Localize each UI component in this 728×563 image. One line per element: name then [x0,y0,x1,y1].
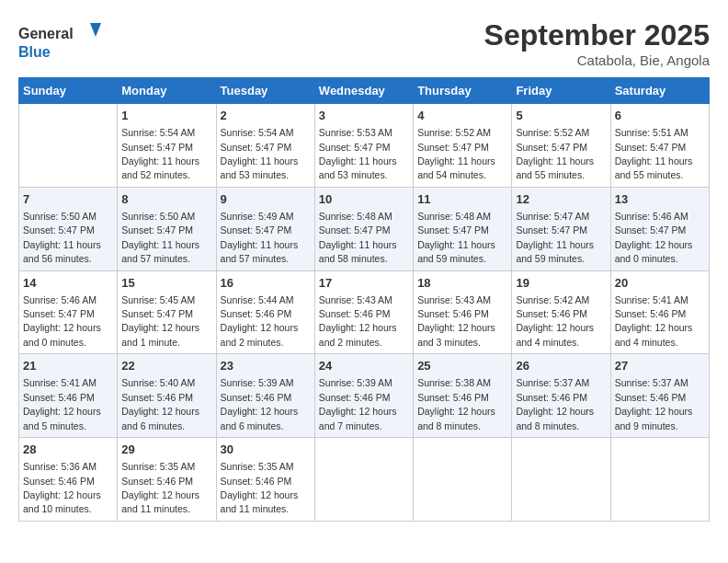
week-row-5: 28Sunrise: 5:36 AMSunset: 5:46 PMDayligh… [19,438,710,522]
week-row-2: 7Sunrise: 5:50 AMSunset: 5:47 PMDaylight… [19,187,710,270]
day-number: 2 [221,108,311,124]
col-header-tuesday: Tuesday [216,78,314,104]
day-info: Sunrise: 5:54 AMSunset: 5:47 PMDaylight:… [221,127,299,180]
header: General Blue September 2025 Catabola, Bi… [18,18,710,68]
day-cell: 14Sunrise: 5:46 AMSunset: 5:47 PMDayligh… [19,270,118,354]
col-header-monday: Monday [118,78,216,104]
day-cell [512,438,610,522]
day-info: Sunrise: 5:46 AMSunset: 5:47 PMDaylight:… [23,294,101,348]
day-cell: 17Sunrise: 5:43 AMSunset: 5:46 PMDayligh… [314,270,413,354]
month-title: September 2025 [484,18,710,52]
day-info: Sunrise: 5:39 AMSunset: 5:46 PMDaylight:… [319,377,397,431]
day-number: 15 [121,275,211,292]
day-cell: 25Sunrise: 5:38 AMSunset: 5:46 PMDayligh… [414,354,512,438]
col-header-thursday: Thursday [414,78,512,104]
day-info: Sunrise: 5:48 AMSunset: 5:47 PMDaylight:… [417,211,495,264]
day-cell: 9Sunrise: 5:49 AMSunset: 5:47 PMDaylight… [216,187,314,270]
day-info: Sunrise: 5:37 AMSunset: 5:46 PMDaylight:… [615,377,693,431]
logo: General Blue [18,18,101,64]
day-number: 14 [23,275,113,292]
day-number: 9 [221,191,311,208]
day-info: Sunrise: 5:52 AMSunset: 5:47 PMDaylight:… [417,127,495,180]
day-info: Sunrise: 5:45 AMSunset: 5:47 PMDaylight:… [121,294,199,348]
day-cell: 20Sunrise: 5:41 AMSunset: 5:46 PMDayligh… [610,270,709,354]
day-cell: 10Sunrise: 5:48 AMSunset: 5:47 PMDayligh… [314,187,413,270]
day-info: Sunrise: 5:44 AMSunset: 5:46 PMDaylight:… [221,294,299,348]
day-info: Sunrise: 5:41 AMSunset: 5:46 PMDaylight:… [615,294,693,348]
day-number: 13 [615,191,705,208]
day-info: Sunrise: 5:35 AMSunset: 5:46 PMDaylight:… [121,461,199,514]
day-cell: 1Sunrise: 5:54 AMSunset: 5:47 PMDaylight… [118,104,216,188]
col-header-sunday: Sunday [19,78,118,104]
day-info: Sunrise: 5:54 AMSunset: 5:47 PMDaylight:… [121,127,199,180]
col-header-friday: Friday [512,78,610,104]
day-number: 28 [23,442,113,458]
day-cell: 15Sunrise: 5:45 AMSunset: 5:47 PMDayligh… [118,270,216,354]
day-number: 5 [516,108,606,124]
day-number: 30 [221,442,311,458]
calendar-body: 1Sunrise: 5:54 AMSunset: 5:47 PMDaylight… [19,104,710,522]
day-cell: 12Sunrise: 5:47 AMSunset: 5:47 PMDayligh… [512,187,610,270]
day-cell: 4Sunrise: 5:52 AMSunset: 5:47 PMDaylight… [414,104,512,188]
day-cell [314,438,413,522]
day-cell: 3Sunrise: 5:53 AMSunset: 5:47 PMDaylight… [314,104,413,188]
day-number: 20 [615,275,705,292]
day-number: 7 [23,191,113,208]
day-cell: 26Sunrise: 5:37 AMSunset: 5:46 PMDayligh… [512,354,610,438]
col-header-saturday: Saturday [610,78,709,104]
title-area: September 2025 Catabola, Bie, Angola [484,18,710,68]
day-cell: 19Sunrise: 5:42 AMSunset: 5:46 PMDayligh… [512,270,610,354]
day-number: 4 [417,108,507,124]
day-number: 19 [516,275,606,292]
day-number: 11 [417,191,507,208]
day-info: Sunrise: 5:43 AMSunset: 5:46 PMDaylight:… [417,294,495,348]
day-number: 29 [121,442,211,458]
week-row-3: 14Sunrise: 5:46 AMSunset: 5:47 PMDayligh… [19,270,710,354]
day-info: Sunrise: 5:40 AMSunset: 5:46 PMDaylight:… [121,377,199,431]
day-cell: 7Sunrise: 5:50 AMSunset: 5:47 PMDaylight… [19,187,118,270]
day-number: 16 [221,275,311,292]
day-cell: 11Sunrise: 5:48 AMSunset: 5:47 PMDayligh… [414,187,512,270]
day-number: 6 [615,108,705,124]
day-number: 17 [319,275,409,292]
day-cell: 21Sunrise: 5:41 AMSunset: 5:46 PMDayligh… [19,354,118,438]
day-info: Sunrise: 5:51 AMSunset: 5:47 PMDaylight:… [615,127,693,180]
day-number: 24 [319,358,409,374]
col-header-wednesday: Wednesday [314,78,413,104]
svg-text:Blue: Blue [18,44,51,60]
day-cell: 29Sunrise: 5:35 AMSunset: 5:46 PMDayligh… [118,438,216,522]
week-row-1: 1Sunrise: 5:54 AMSunset: 5:47 PMDaylight… [19,104,710,188]
day-info: Sunrise: 5:41 AMSunset: 5:46 PMDaylight:… [23,377,101,431]
day-info: Sunrise: 5:52 AMSunset: 5:47 PMDaylight:… [516,127,594,180]
day-cell: 22Sunrise: 5:40 AMSunset: 5:46 PMDayligh… [118,354,216,438]
day-info: Sunrise: 5:49 AMSunset: 5:47 PMDaylight:… [221,211,299,264]
day-info: Sunrise: 5:53 AMSunset: 5:47 PMDaylight:… [319,127,397,180]
day-number: 3 [319,108,409,124]
day-info: Sunrise: 5:47 AMSunset: 5:47 PMDaylight:… [516,211,594,264]
day-info: Sunrise: 5:50 AMSunset: 5:47 PMDaylight:… [121,211,199,264]
day-number: 23 [221,358,311,374]
calendar-table: SundayMondayTuesdayWednesdayThursdayFrid… [18,77,710,522]
day-cell [414,438,512,522]
calendar-header-row: SundayMondayTuesdayWednesdayThursdayFrid… [19,78,710,104]
day-info: Sunrise: 5:42 AMSunset: 5:46 PMDaylight:… [516,294,594,348]
day-cell: 28Sunrise: 5:36 AMSunset: 5:46 PMDayligh… [19,438,118,522]
day-info: Sunrise: 5:50 AMSunset: 5:47 PMDaylight:… [23,211,101,264]
svg-text:General: General [18,26,74,41]
day-cell: 30Sunrise: 5:35 AMSunset: 5:46 PMDayligh… [216,438,314,522]
day-cell: 2Sunrise: 5:54 AMSunset: 5:47 PMDaylight… [216,104,314,188]
day-cell: 5Sunrise: 5:52 AMSunset: 5:47 PMDaylight… [512,104,610,188]
day-info: Sunrise: 5:37 AMSunset: 5:46 PMDaylight:… [516,377,594,431]
day-number: 21 [23,358,113,374]
day-cell: 24Sunrise: 5:39 AMSunset: 5:46 PMDayligh… [314,354,413,438]
day-cell: 23Sunrise: 5:39 AMSunset: 5:46 PMDayligh… [216,354,314,438]
day-number: 22 [121,358,211,374]
day-cell: 6Sunrise: 5:51 AMSunset: 5:47 PMDaylight… [610,104,709,188]
day-info: Sunrise: 5:48 AMSunset: 5:47 PMDaylight:… [319,211,397,264]
day-info: Sunrise: 5:43 AMSunset: 5:46 PMDaylight:… [319,294,397,348]
day-info: Sunrise: 5:39 AMSunset: 5:46 PMDaylight:… [221,377,299,431]
day-info: Sunrise: 5:38 AMSunset: 5:46 PMDaylight:… [417,377,495,431]
day-info: Sunrise: 5:36 AMSunset: 5:46 PMDaylight:… [23,461,101,514]
day-number: 12 [516,191,606,208]
day-info: Sunrise: 5:35 AMSunset: 5:46 PMDaylight:… [221,461,299,514]
